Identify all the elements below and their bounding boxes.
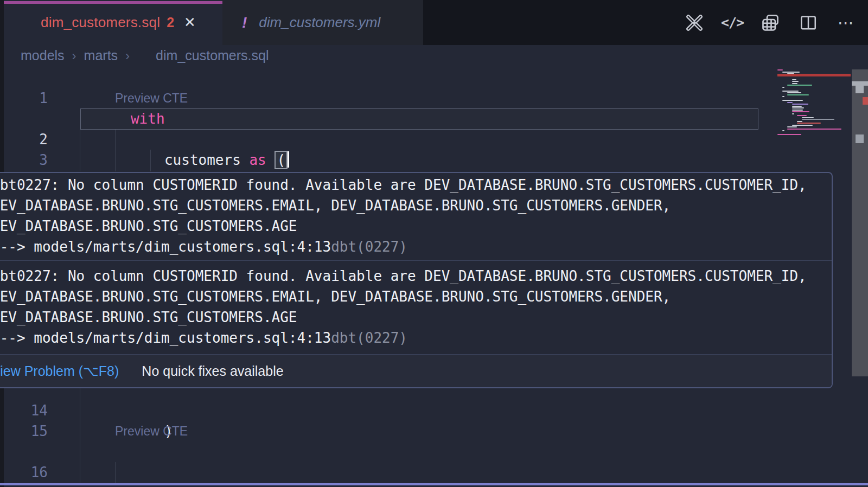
- scrollbar-decoration: [863, 97, 868, 105]
- minimap[interactable]: [762, 69, 851, 183]
- minimap-code-row: [797, 115, 807, 116]
- tab-label: dim_customers.sql: [41, 14, 160, 31]
- breadcrumb-marts[interactable]: marts: [84, 48, 118, 63]
- breadcrumb-file[interactable]: dim_customers.sql: [156, 48, 269, 63]
- code-lens-preview-cte[interactable]: Preview CTE: [115, 88, 188, 108]
- scrollbar-decoration: [856, 86, 864, 93]
- hover-status-bar: View Problem (⌥F8) No quick fixes availa…: [0, 354, 832, 387]
- close-tab-icon[interactable]: ✕: [184, 14, 196, 31]
- more-actions-icon[interactable]: ⋯: [835, 12, 857, 34]
- minimap-code-row: [787, 126, 797, 127]
- minimap-code-row: [792, 83, 797, 84]
- minimap-code-row: [792, 104, 808, 105]
- minimap-code-row: [792, 107, 804, 108]
- line-number: 1: [0, 88, 48, 108]
- tab-problem-count-badge: 2: [167, 15, 174, 30]
- no-quick-fixes-label: No quick fixes available: [142, 363, 283, 379]
- minimap-error-line: [777, 74, 851, 76]
- minimap-code-row: [782, 96, 784, 97]
- minimap-code-row: [782, 72, 800, 73]
- minimap-code-row: [792, 79, 796, 80]
- breadcrumb-models[interactable]: models: [21, 48, 65, 63]
- code-line-4[interactable]: 4 customerId: [0, 150, 838, 170]
- diagnostic-source: dbt(0227): [331, 239, 407, 255]
- code-line-2[interactable]: 2 customers as (: [0, 108, 838, 129]
- minimap-code-row: [792, 81, 799, 82]
- breadcrumb: models › marts › dim_customers.sql: [0, 45, 868, 66]
- chevron-right-icon: ›: [125, 48, 130, 63]
- minimap-code-row: [792, 106, 802, 107]
- tab-label: dim_customers.yml: [259, 14, 380, 31]
- scrollbar-decoration: [852, 81, 868, 86]
- minimap-code-row: [792, 113, 794, 114]
- code-line-16[interactable]: 16 , check_valid_emails as (: [0, 441, 838, 462]
- minimap-code-row: [802, 119, 834, 120]
- minimap-code-row: [777, 134, 801, 135]
- minimap-code-row: [787, 129, 841, 130]
- minimap-code-row: [802, 117, 814, 118]
- minimap-code-row: [787, 102, 793, 103]
- diagnostic-hover: dbt0227: No column CUSTOMERID found. Ava…: [0, 172, 833, 388]
- view-problem-link[interactable]: View Problem (⌥F8): [0, 363, 119, 379]
- diagnostic-message: dbt0227: No column CUSTOMERID found. Ava…: [0, 173, 832, 257]
- diagnostic-source: dbt(0227): [331, 330, 407, 346]
- chevron-right-icon: ›: [72, 48, 76, 63]
- minimap-code-row: [787, 94, 809, 95]
- minimap-code-row: [782, 87, 784, 88]
- warning-icon: !: [242, 14, 247, 31]
- minimap-code-row: [797, 121, 802, 122]
- query-results-icon[interactable]: [760, 12, 781, 34]
- scrollbar[interactable]: [852, 69, 868, 376]
- minimap-code-row: [792, 111, 809, 112]
- diagnostic-message: dbt0227: No column CUSTOMERID found. Ava…: [0, 264, 832, 348]
- minimap-code-row: [777, 69, 783, 71]
- code-line-3[interactable]: 3 select: [0, 129, 838, 150]
- tab-bar: ! dim_customers.yml dim_customers.sql 2 …: [0, 0, 868, 45]
- editor-window: ! dim_customers.yml dim_customers.sql 2 …: [0, 0, 868, 487]
- split-editor-icon[interactable]: [797, 12, 819, 34]
- tab-dim-customers-sql[interactable]: dim_customers.sql 2 ✕: [4, 0, 222, 45]
- minimap-code-row: [782, 130, 784, 131]
- scrollbar-decoration: [856, 134, 864, 143]
- tab-dim-customers-yml[interactable]: ! dim_customers.yml: [222, 0, 423, 45]
- code-lens-preview-cte[interactable]: Preview CTE: [115, 421, 188, 441]
- divider: [0, 260, 832, 261]
- code-line-1[interactable]: 1 with: [0, 67, 838, 88]
- editor-actions: </> ⋯: [684, 0, 857, 45]
- minimap-code-row: [787, 85, 812, 86]
- line-number: 15: [0, 421, 48, 441]
- code-line-15[interactable]: 15: [0, 400, 838, 421]
- code-line-17[interactable]: 17 select: [0, 462, 838, 483]
- minimap-code-row: [792, 125, 813, 126]
- window-bottom-border: [0, 483, 868, 485]
- minimap-code-row: [797, 123, 821, 124]
- active-tab-indicator: [4, 1, 222, 4]
- minimap-code-row: [782, 91, 799, 92]
- minimap-code-row: [787, 92, 801, 93]
- minimap-code-row: [782, 100, 803, 101]
- dbt-icon[interactable]: [684, 12, 705, 34]
- compiled-code-icon[interactable]: </>: [722, 12, 743, 34]
- minimap-code-row: [792, 110, 803, 111]
